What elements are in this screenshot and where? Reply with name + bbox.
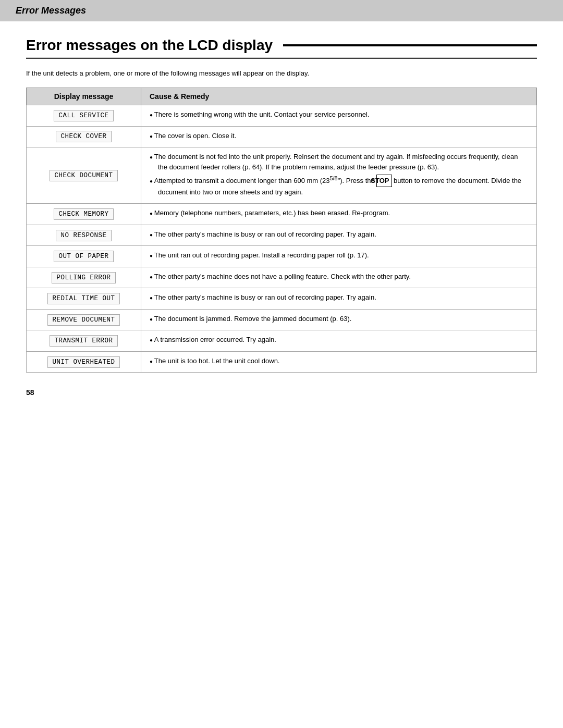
table-row: CALL SERVICEThere is something wrong wit… xyxy=(27,105,537,127)
cause-remedy-cell: The document is not fed into the unit pr… xyxy=(141,147,537,204)
display-message-cell: CHECK DOCUMENT xyxy=(27,147,141,204)
table-row: OUT OF PAPERThe unit ran out of recordin… xyxy=(27,246,537,267)
display-message-cell: CALL SERVICE xyxy=(27,105,141,127)
display-message-code: CHECK DOCUMENT xyxy=(50,170,117,181)
cause-text: The unit ran out of recording paper. Ins… xyxy=(150,250,528,261)
section-title: Error Messages xyxy=(16,5,547,16)
display-message-code: POLLING ERROR xyxy=(52,272,115,283)
display-message-code: CHECK MEMORY xyxy=(54,208,113,220)
display-message-code: TRANSMIT ERROR xyxy=(50,335,117,347)
cause-item: The other party's machine is busy or ran… xyxy=(150,229,528,240)
cause-remedy-cell: The other party's machine is busy or ran… xyxy=(141,225,537,246)
title-decoration xyxy=(283,44,537,46)
cause-item: There is something wrong with the unit. … xyxy=(150,109,528,120)
display-message-cell: NO RESPONSE xyxy=(27,225,141,246)
display-message-code: NO RESPONSE xyxy=(56,230,111,241)
cause-item: The unit ran out of recording paper. Ins… xyxy=(150,250,528,261)
cause-item: The unit is too hot. Let the unit cool d… xyxy=(150,356,528,366)
header-bar: Error Messages xyxy=(0,0,563,21)
cause-item: The other party's machine does not have … xyxy=(150,272,528,282)
cause-remedy-cell: Memory (telephone numbers, parameters, e… xyxy=(141,204,537,225)
cause-text: The other party's machine is busy or ran… xyxy=(150,292,528,303)
intro-paragraph: If the unit detects a problem, one or mo… xyxy=(26,69,537,77)
display-message-code: OUT OF PAPER xyxy=(54,251,113,262)
col-display-message-header: Display message xyxy=(27,88,141,105)
cause-item: The other party's machine is busy or ran… xyxy=(150,292,528,303)
table-row: NO RESPONSEThe other party's machine is … xyxy=(27,225,537,246)
cause-text: There is something wrong with the unit. … xyxy=(150,109,528,120)
cause-item: A transmission error occurred. Try again… xyxy=(150,335,528,345)
cause-remedy-cell: The unit ran out of recording paper. Ins… xyxy=(141,246,537,267)
col-cause-remedy-header: Cause & Remedy xyxy=(141,88,537,105)
table-row: CHECK MEMORYMemory (telephone numbers, p… xyxy=(27,204,537,225)
cause-item: The document is jammed. Remove the jamme… xyxy=(150,314,528,324)
cause-item: The cover is open. Close it. xyxy=(150,131,528,141)
table-row: REMOVE DOCUMENTThe document is jammed. R… xyxy=(27,309,537,330)
display-message-code: UNIT OVERHEATED xyxy=(47,356,119,368)
cause-remedy-cell: The other party's machine is busy or ran… xyxy=(141,288,537,310)
cause-remedy-cell: The document is jammed. Remove the jamme… xyxy=(141,309,537,330)
display-message-cell: REMOVE DOCUMENT xyxy=(27,309,141,330)
display-message-cell: TRANSMIT ERROR xyxy=(27,330,141,352)
display-message-code: CALL SERVICE xyxy=(54,110,113,121)
cause-remedy-cell: The other party's machine does not have … xyxy=(141,267,537,288)
display-message-cell: CHECK COVER xyxy=(27,126,141,147)
page-number: 58 xyxy=(26,388,537,397)
cause-remedy-cell: A transmission error occurred. Try again… xyxy=(141,330,537,352)
cause-text: The other party's machine is busy or ran… xyxy=(150,229,528,240)
cause-remedy-cell: The unit is too hot. Let the unit cool d… xyxy=(141,351,537,373)
table-row: CHECK COVERThe cover is open. Close it. xyxy=(27,126,537,147)
cause-text: A transmission error occurred. Try again… xyxy=(150,335,528,345)
display-message-cell: UNIT OVERHEATED xyxy=(27,351,141,373)
page-title-text: Error messages on the LCD display xyxy=(26,37,273,54)
table-row: CHECK DOCUMENTThe document is not fed in… xyxy=(27,147,537,204)
table-row: TRANSMIT ERRORA transmission error occur… xyxy=(27,330,537,352)
cause-text: The other party's machine does not have … xyxy=(150,272,528,282)
main-content: Error messages on the LCD display If the… xyxy=(0,37,563,423)
cause-item: The document is not fed into the unit pr… xyxy=(150,152,528,172)
page-title: Error messages on the LCD display xyxy=(26,37,537,59)
display-message-cell: CHECK MEMORY xyxy=(27,204,141,225)
cause-text: Memory (telephone numbers, parameters, e… xyxy=(150,208,528,218)
display-message-code: CHECK COVER xyxy=(56,131,111,142)
table-row: POLLING ERRORThe other party's machine d… xyxy=(27,267,537,288)
display-message-cell: OUT OF PAPER xyxy=(27,246,141,267)
cause-item: Attempted to transmit a document longer … xyxy=(150,174,528,197)
cause-remedy-cell: There is something wrong with the unit. … xyxy=(141,105,537,127)
cause-remedy-cell: The cover is open. Close it. xyxy=(141,126,537,147)
display-message-code: REDIAL TIME OUT xyxy=(47,293,119,304)
cause-text: The document is jammed. Remove the jamme… xyxy=(150,314,528,324)
table-row: UNIT OVERHEATEDThe unit is too hot. Let … xyxy=(27,351,537,373)
cause-text: The cover is open. Close it. xyxy=(150,131,528,141)
cause-text: The document is not fed into the unit pr… xyxy=(150,152,528,197)
cause-item: Memory (telephone numbers, parameters, e… xyxy=(150,208,528,218)
cause-text: The unit is too hot. Let the unit cool d… xyxy=(150,356,528,366)
stop-button-label: STOP xyxy=(376,175,391,187)
table-header-row: Display message Cause & Remedy xyxy=(27,88,537,105)
display-message-code: REMOVE DOCUMENT xyxy=(47,314,119,326)
table-row: REDIAL TIME OUTThe other party's machine… xyxy=(27,288,537,310)
display-message-cell: POLLING ERROR xyxy=(27,267,141,288)
error-messages-table: Display message Cause & Remedy CALL SERV… xyxy=(26,88,537,373)
display-message-cell: REDIAL TIME OUT xyxy=(27,288,141,310)
